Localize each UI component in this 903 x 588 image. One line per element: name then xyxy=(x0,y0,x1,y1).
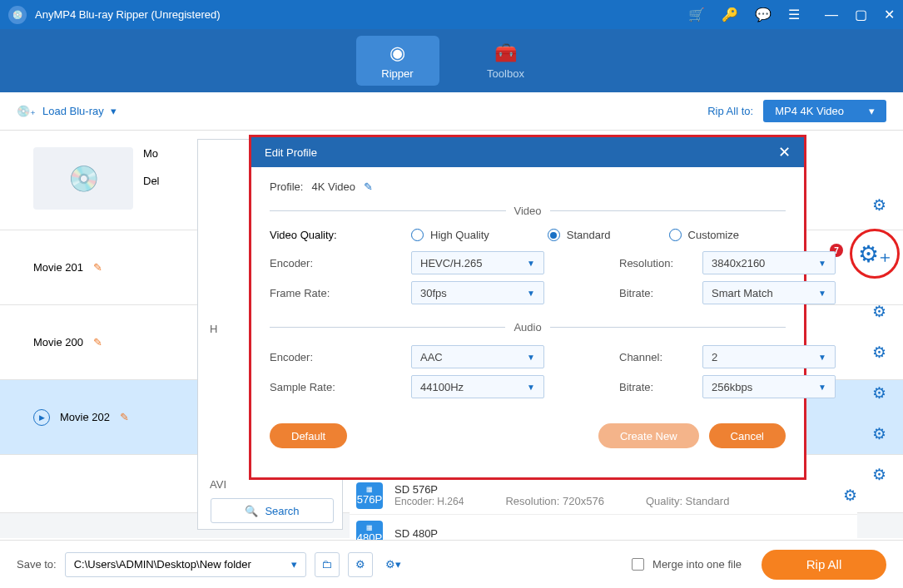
movie-title: Movie 200 xyxy=(33,336,83,348)
framerate-dropdown[interactable]: 30fps▼ xyxy=(411,281,544,304)
gear-icon[interactable]: ⚙ xyxy=(872,195,886,215)
format-encoder: Encoder: H.264 xyxy=(394,496,464,507)
side-row-fragment[interactable]: H xyxy=(210,323,217,335)
edit-icon[interactable]: ✎ xyxy=(93,336,102,348)
open-folder-button[interactable]: 🗀 xyxy=(315,552,340,577)
video-section-label: Video xyxy=(506,205,550,217)
gear-icon[interactable]: ⚙ xyxy=(872,343,886,362)
close-window-icon[interactable]: ✕ xyxy=(884,7,895,22)
dialog-header: Edit Profile ✕ xyxy=(251,137,804,167)
default-button[interactable]: Default xyxy=(270,423,347,448)
video-bitrate-dropdown[interactable]: Smart Match▼ xyxy=(702,281,836,304)
edit-icon[interactable]: ✎ xyxy=(120,411,129,423)
folder-icon: 🗀 xyxy=(321,558,332,571)
cart-icon[interactable]: 🛒 xyxy=(688,7,705,22)
resolution-dropdown[interactable]: 3840x2160▼ xyxy=(702,251,836,274)
video-encoder-dropdown[interactable]: HEVC/H.265▼ xyxy=(411,251,544,274)
main-tabs: ◉ Ripper 🧰 Toolbox xyxy=(0,29,903,92)
channel-label: Channel: xyxy=(619,351,694,363)
tab-toolbox[interactable]: 🧰 Toolbox xyxy=(464,36,548,86)
profile-label: Profile: xyxy=(270,180,303,193)
tab-ripper-label: Ripper xyxy=(381,67,413,80)
toolbar: 💿₊ Load Blu-ray ▾ Rip All to: MP4 4K Vid… xyxy=(0,92,903,131)
output-format-value: MP4 4K Video xyxy=(775,105,844,117)
audio-bitrate-label: Bitrate: xyxy=(619,381,694,393)
search-label: Search xyxy=(265,505,299,517)
format-quality: Quality: Standard xyxy=(646,495,729,507)
create-new-button[interactable]: Create New xyxy=(598,423,699,448)
search-button[interactable]: 🔍 Search xyxy=(211,498,334,523)
format-resolution: Resolution: 720x576 xyxy=(505,495,604,507)
record-icon: ◉ xyxy=(389,42,405,64)
samplerate-label: Sample Rate: xyxy=(270,381,403,393)
load-bluray-label: Load Blu-ray xyxy=(42,105,104,117)
output-format-dropdown[interactable]: MP4 4K Video ▾ xyxy=(763,100,886,122)
audio-encoder-label: Encoder: xyxy=(270,351,403,363)
samplerate-dropdown[interactable]: 44100Hz▼ xyxy=(411,375,544,398)
format-name: SD 576P xyxy=(394,483,464,496)
gear-icon[interactable]: ⚙ xyxy=(872,383,886,403)
format-name: SD 480P xyxy=(394,527,438,540)
app-logo-icon: 💿 xyxy=(8,6,27,24)
movie-label-fragment: Mo xyxy=(143,147,160,160)
chevron-down-icon: ▾ xyxy=(869,105,875,117)
gear-icon[interactable]: ⚙ xyxy=(843,486,857,505)
search-icon: 🔍 xyxy=(245,505,258,517)
cpu-icon: ⚙ xyxy=(355,558,365,571)
gear-icon[interactable]: ⚙ xyxy=(872,465,886,484)
app-title: AnyMP4 Blu-ray Ripper (Unregistered) xyxy=(35,8,221,21)
tab-toolbox-label: Toolbox xyxy=(487,67,524,80)
movie-title: Movie 201 xyxy=(33,261,83,274)
edit-icon[interactable]: ✎ xyxy=(93,261,102,274)
gear-icon[interactable]: ⚙ xyxy=(872,424,886,443)
edit-icon[interactable]: ✎ xyxy=(364,180,373,193)
key-icon[interactable]: 🔑 xyxy=(722,7,738,22)
gpu-accel-button[interactable]: ⚙ xyxy=(348,552,373,577)
save-path-dropdown[interactable]: C:\Users\ADMIN\Desktop\New folder ▾ xyxy=(65,552,306,577)
save-to-label: Save to: xyxy=(17,558,57,571)
maximize-icon[interactable]: ▢ xyxy=(855,7,867,22)
video-bitrate-label: Bitrate: xyxy=(619,287,694,299)
chevron-down-icon: ▾ xyxy=(291,558,297,571)
gear-icon[interactable]: ⚙ xyxy=(872,302,886,321)
cancel-button[interactable]: Cancel xyxy=(709,423,786,448)
audio-bitrate-dropdown[interactable]: 256kbps▼ xyxy=(702,375,836,398)
channel-dropdown[interactable]: 2▼ xyxy=(702,345,836,368)
movie-thumbnail: 💿 xyxy=(33,147,133,210)
radio-customize[interactable]: Customize xyxy=(669,229,739,241)
video-quality-label: Video Quality: xyxy=(270,229,403,241)
rip-all-to-label: Rip All to: xyxy=(707,105,753,117)
play-icon[interactable]: ▶ xyxy=(33,409,50,426)
edit-profile-dialog: Edit Profile ✕ Profile: 4K Video ✎ Video… xyxy=(249,135,806,480)
toolbox-icon: 🧰 xyxy=(494,42,517,64)
minimize-icon[interactable]: — xyxy=(825,7,838,22)
close-icon[interactable]: ✕ xyxy=(778,143,791,161)
tab-ripper[interactable]: ◉ Ripper xyxy=(356,36,439,86)
radio-high-quality[interactable]: High Quality xyxy=(411,229,489,241)
load-bluray-button[interactable]: 💿₊ Load Blu-ray ▾ xyxy=(17,105,117,117)
audio-section-label: Audio xyxy=(505,321,549,334)
movie-del-fragment: Del xyxy=(143,175,160,187)
format-badge-icon: ▦576P xyxy=(356,482,383,509)
profile-name: 4K Video xyxy=(311,180,355,193)
titlebar: 💿 AnyMP4 Blu-ray Ripper (Unregistered) 🛒… xyxy=(0,0,903,29)
merge-checkbox[interactable] xyxy=(632,558,644,571)
resolution-label: Resolution: xyxy=(619,257,694,269)
framerate-label: Frame Rate: xyxy=(270,287,403,299)
gear-icon: ⚙▾ xyxy=(385,558,401,571)
content-area: 💿 Mo Del Movie 201 ✎ Movie 200 ✎ ▶ Movie… xyxy=(0,131,903,538)
format-row[interactable]: ▦576P SD 576P Encoder: H.264 Resolution:… xyxy=(350,477,857,515)
footer-bar: Save to: C:\Users\ADMIN\Desktop\New fold… xyxy=(0,540,903,588)
menu-icon[interactable]: ☰ xyxy=(788,7,800,22)
video-encoder-label: Encoder: xyxy=(270,257,403,269)
feedback-icon[interactable]: 💬 xyxy=(755,7,772,22)
save-path-value: C:\Users\ADMIN\Desktop\New folder xyxy=(74,558,251,571)
audio-encoder-dropdown[interactable]: AAC▼ xyxy=(411,345,544,368)
gear-plus-icon: ⚙₊ xyxy=(858,240,891,268)
add-profile-button-highlighted[interactable]: ⚙₊ xyxy=(850,229,900,279)
radio-standard[interactable]: Standard xyxy=(548,229,611,241)
sidebar-item-avi[interactable]: AVI xyxy=(210,478,226,491)
settings-button[interactable]: ⚙▾ xyxy=(381,552,406,577)
rip-all-button[interactable]: Rip All xyxy=(762,550,886,580)
merge-label: Merge into one file xyxy=(652,558,742,571)
